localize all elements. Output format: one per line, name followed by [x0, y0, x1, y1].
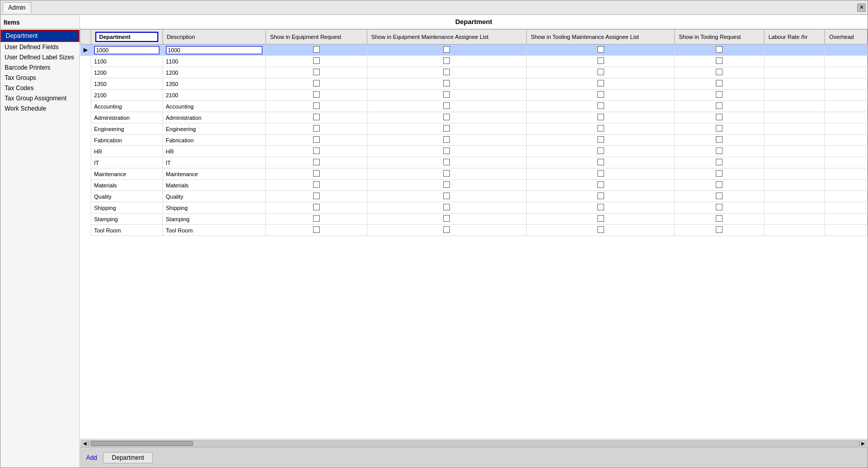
- dept-cell[interactable]: Administration: [91, 112, 162, 123]
- show-tooling-req-cell[interactable]: [674, 225, 764, 236]
- desc-cell[interactable]: Fabrication: [162, 135, 266, 146]
- show-equip-req-cell[interactable]: [266, 123, 367, 135]
- show-tooling-maint-checkbox[interactable]: [597, 46, 604, 53]
- show-equip-req-checkbox[interactable]: [313, 215, 320, 222]
- show-equip-maint-checkbox[interactable]: [443, 57, 450, 64]
- table-row[interactable]: AdministrationAdministration: [80, 112, 867, 123]
- desc-cell[interactable]: Stamping: [162, 214, 266, 225]
- show-equip-req-cell[interactable]: [266, 78, 367, 90]
- dept-cell[interactable]: [91, 45, 162, 56]
- show-equip-maint-checkbox[interactable]: [443, 91, 450, 98]
- show-tooling-req-checkbox[interactable]: [716, 147, 722, 154]
- show-tooling-req-checkbox[interactable]: [716, 181, 722, 188]
- sidebar-item-tax-codes[interactable]: Tax Codes: [1, 83, 79, 93]
- show-tooling-maint-checkbox[interactable]: [597, 215, 604, 222]
- show-tooling-req-cell[interactable]: [674, 191, 764, 202]
- show-equip-req-checkbox[interactable]: [313, 114, 320, 120]
- show-equip-req-checkbox[interactable]: [313, 136, 320, 143]
- show-tooling-maint-cell[interactable]: [527, 45, 675, 56]
- show-tooling-maint-checkbox[interactable]: [597, 181, 604, 188]
- show-equip-req-checkbox[interactable]: [313, 125, 320, 132]
- show-equip-maint-checkbox[interactable]: [443, 136, 450, 143]
- table-row[interactable]: AccountingAccounting: [80, 101, 867, 112]
- show-equip-maint-cell[interactable]: [367, 67, 527, 78]
- show-equip-req-cell[interactable]: [266, 157, 367, 168]
- show-tooling-maint-cell[interactable]: [527, 101, 675, 112]
- show-tooling-req-checkbox[interactable]: [716, 69, 722, 75]
- admin-tab[interactable]: Admin: [3, 2, 31, 13]
- show-equip-req-checkbox[interactable]: [313, 57, 320, 64]
- table-row[interactable]: 11001100: [80, 56, 867, 67]
- table-row[interactable]: ShippingShipping: [80, 202, 867, 214]
- show-equip-maint-cell[interactable]: [367, 157, 527, 168]
- show-equip-maint-cell[interactable]: [367, 180, 527, 191]
- sidebar-item-department[interactable]: Department: [1, 30, 79, 42]
- show-tooling-req-cell[interactable]: [674, 135, 764, 146]
- dept-cell[interactable]: Shipping: [91, 202, 162, 214]
- show-equip-req-cell[interactable]: [266, 56, 367, 67]
- table-row[interactable]: 21002100: [80, 90, 867, 101]
- show-equip-req-cell[interactable]: [266, 146, 367, 157]
- show-equip-maint-cell[interactable]: [367, 112, 527, 123]
- show-tooling-maint-cell[interactable]: [527, 180, 675, 191]
- show-tooling-req-checkbox[interactable]: [716, 215, 722, 222]
- show-equip-req-cell[interactable]: [266, 202, 367, 214]
- show-equip-maint-cell[interactable]: [367, 123, 527, 135]
- table-row[interactable]: StampingStamping: [80, 214, 867, 225]
- table-row[interactable]: EngineeringEngineering: [80, 123, 867, 135]
- desc-cell[interactable]: 1200: [162, 67, 266, 78]
- show-tooling-maint-cell[interactable]: [527, 90, 675, 101]
- show-tooling-maint-checkbox[interactable]: [597, 91, 604, 98]
- show-equip-req-checkbox[interactable]: [313, 46, 320, 53]
- dept-cell[interactable]: Stamping: [91, 214, 162, 225]
- show-tooling-maint-checkbox[interactable]: [597, 170, 604, 177]
- dept-cell[interactable]: Accounting: [91, 101, 162, 112]
- show-equip-maint-cell[interactable]: [367, 214, 527, 225]
- show-equip-req-checkbox[interactable]: [313, 204, 320, 210]
- show-equip-maint-checkbox[interactable]: [443, 46, 450, 53]
- show-equip-req-checkbox[interactable]: [313, 102, 320, 109]
- show-tooling-maint-cell[interactable]: [527, 112, 675, 123]
- show-tooling-req-cell[interactable]: [674, 67, 764, 78]
- sidebar-item-user-defined-fields[interactable]: User Defined Fields: [1, 42, 79, 52]
- dept-cell[interactable]: Quality: [91, 191, 162, 202]
- show-equip-req-cell[interactable]: [266, 112, 367, 123]
- show-tooling-req-cell[interactable]: [674, 90, 764, 101]
- show-tooling-req-checkbox[interactable]: [716, 114, 722, 120]
- show-tooling-maint-checkbox[interactable]: [597, 69, 604, 75]
- table-row[interactable]: 13501350: [80, 78, 867, 90]
- show-tooling-maint-checkbox[interactable]: [597, 147, 604, 154]
- desc-cell[interactable]: Materials: [162, 180, 266, 191]
- show-equip-req-cell[interactable]: [266, 101, 367, 112]
- show-equip-req-cell[interactable]: [266, 90, 367, 101]
- show-equip-req-cell[interactable]: [266, 191, 367, 202]
- scroll-left-arrow[interactable]: ◀: [81, 440, 88, 446]
- show-equip-req-checkbox[interactable]: [313, 226, 320, 233]
- show-equip-req-checkbox[interactable]: [313, 159, 320, 165]
- desc-cell[interactable]: IT: [162, 157, 266, 168]
- show-tooling-req-checkbox[interactable]: [716, 226, 722, 233]
- sidebar-item-work-schedule[interactable]: Work Schedule: [1, 103, 79, 114]
- dept-cell[interactable]: 1350: [91, 78, 162, 90]
- show-equip-req-checkbox[interactable]: [313, 193, 320, 199]
- table-row[interactable]: MaintenanceMaintenance: [80, 168, 867, 180]
- sidebar-item-user-defined-label-sizes[interactable]: User Defined Label Sizes: [1, 52, 79, 62]
- show-tooling-maint-checkbox[interactable]: [597, 102, 604, 109]
- show-equip-maint-cell[interactable]: [367, 101, 527, 112]
- show-equip-req-cell[interactable]: [266, 214, 367, 225]
- show-tooling-maint-checkbox[interactable]: [597, 114, 604, 120]
- show-equip-maint-checkbox[interactable]: [443, 159, 450, 165]
- show-tooling-maint-cell[interactable]: [527, 202, 675, 214]
- department-button[interactable]: Department: [103, 452, 153, 463]
- table-row[interactable]: ▶: [80, 45, 867, 56]
- show-equip-maint-checkbox[interactable]: [443, 80, 450, 87]
- dept-cell[interactable]: Materials: [91, 180, 162, 191]
- show-equip-req-checkbox[interactable]: [313, 147, 320, 154]
- show-tooling-req-cell[interactable]: [674, 202, 764, 214]
- show-tooling-maint-cell[interactable]: [527, 56, 675, 67]
- show-equip-maint-cell[interactable]: [367, 135, 527, 146]
- show-tooling-maint-checkbox[interactable]: [597, 80, 604, 87]
- desc-cell[interactable]: 1100: [162, 56, 266, 67]
- show-tooling-maint-cell[interactable]: [527, 168, 675, 180]
- dept-cell[interactable]: Fabrication: [91, 135, 162, 146]
